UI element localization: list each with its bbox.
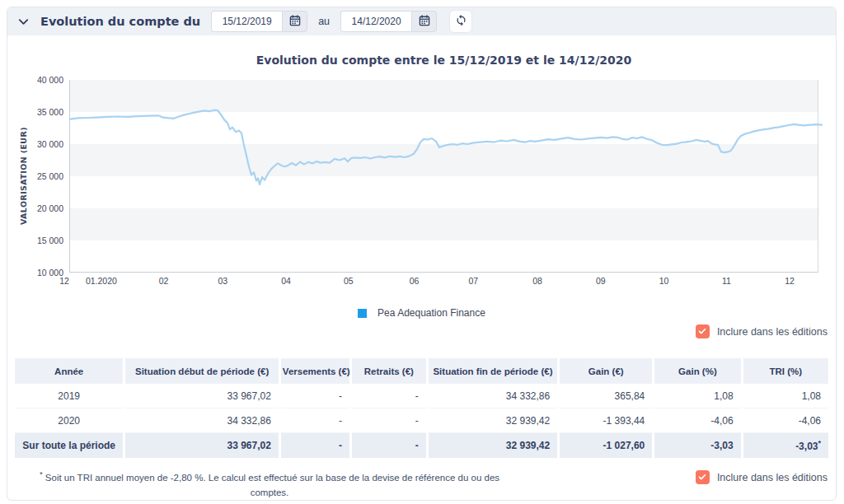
year-cell: 2020	[15, 408, 123, 433]
value-cell: -	[281, 408, 349, 433]
x-tick-label: 08	[532, 276, 542, 286]
column-header: Retraits (€)	[352, 358, 426, 384]
date-from-input[interactable]	[211, 11, 282, 32]
value-cell: -	[281, 384, 349, 408]
x-tick-label: 06	[410, 276, 420, 286]
chevron-down-icon[interactable]	[17, 16, 30, 28]
value-cell: 34 332,86	[125, 408, 278, 433]
account-summary-table: AnnéeSituation début de période (€)Verse…	[12, 358, 831, 458]
y-axis-ticks: 40 00035 00030 00025 00020 00015 00010 0…	[32, 80, 69, 273]
line-chart-svg	[70, 80, 822, 273]
account-line-series	[70, 110, 822, 184]
total-value-cell: -	[281, 433, 349, 458]
total-value-cell: 33 967,02	[125, 433, 278, 458]
column-header: Situation début de période (€)	[125, 358, 278, 384]
table-row: 201933 967,02--34 332,86365,841,081,08	[15, 384, 828, 408]
value-cell: -4,06	[743, 408, 828, 433]
value-cell: 365,84	[560, 384, 652, 408]
date-from-group	[211, 11, 307, 32]
panel-title: Evolution du compte du	[40, 15, 200, 28]
value-cell: -	[352, 408, 426, 433]
x-tick-label: 03	[218, 276, 228, 286]
refresh-icon	[455, 14, 467, 29]
chart-legend: Pea Adequation Finance	[7, 307, 836, 319]
total-value-cell: -1 027,60	[560, 433, 652, 458]
footer-row: * Soit un TRI annuel moyen de -2,80 %. L…	[7, 469, 836, 500]
column-header: Versements (€)	[281, 358, 349, 384]
include-editions-checkbox[interactable]	[696, 324, 710, 338]
value-cell: -	[352, 384, 426, 408]
table-header-row: AnnéeSituation début de période (€)Verse…	[15, 358, 828, 384]
column-header: Situation fin de période (€)	[429, 358, 557, 384]
include-editions-label[interactable]: Inclure dans les éditions	[717, 472, 828, 483]
total-value-cell: -	[352, 433, 426, 458]
plot-area	[69, 80, 818, 273]
x-axis-ticks: 1201.20200203040506070809101112	[69, 273, 818, 287]
total-label-cell: Sur toute la période	[15, 433, 123, 458]
footnote-text: Soit un TRI annuel moyen de -2,80 %. Le …	[45, 473, 499, 497]
x-tick-label: 07	[469, 276, 479, 286]
x-tick-label: 12	[785, 276, 795, 286]
refresh-button[interactable]	[449, 10, 472, 33]
tri-asterisk: *	[818, 439, 821, 447]
column-header: Gain (%)	[654, 358, 740, 384]
x-tick-label: 10	[659, 276, 669, 286]
x-tick-label: 04	[281, 276, 291, 286]
column-header: Gain (€)	[560, 358, 652, 384]
calendar-icon	[289, 15, 301, 29]
x-tick-label: 01.2020	[86, 276, 117, 286]
legend-label[interactable]: Pea Adequation Finance	[377, 307, 485, 319]
include-editions-label[interactable]: Inclure dans les éditions	[717, 326, 828, 338]
value-cell: 34 332,86	[429, 384, 557, 408]
check-icon	[697, 324, 707, 339]
column-header: TRI (%)	[743, 358, 828, 384]
table-total-row: Sur toute la période33 967,02--32 939,42…	[15, 433, 828, 458]
date-to-group	[340, 11, 437, 32]
date-range-separator: au	[318, 16, 330, 27]
x-tick-label: 02	[159, 276, 169, 286]
table-row: 202034 332,86--32 939,42-1 393,44-4,06-4…	[15, 408, 828, 433]
chart-title: Evolution du compte entre le 15/12/2019 …	[69, 54, 818, 67]
value-cell: -1 393,44	[560, 408, 652, 433]
value-cell: 32 939,42	[429, 408, 557, 433]
value-cell: 1,08	[654, 384, 740, 408]
legend-swatch[interactable]	[358, 309, 367, 318]
x-tick-label: 09	[596, 276, 606, 286]
x-tick-label: 05	[344, 276, 354, 286]
date-to-calendar-button[interactable]	[411, 11, 437, 32]
x-tick-label: 12	[59, 276, 69, 286]
y-tick-label: 25 000	[37, 171, 63, 181]
value-cell: 1,08	[743, 384, 828, 408]
total-value-cell: -3,03	[654, 433, 740, 458]
value-cell: 33 967,02	[125, 384, 278, 408]
y-tick-label: 35 000	[37, 107, 63, 117]
y-tick-label: 30 000	[37, 139, 63, 149]
table-body: 201933 967,02--34 332,86365,841,081,0820…	[15, 384, 828, 458]
y-tick-label: 15 000	[37, 236, 63, 245]
check-icon	[697, 470, 707, 485]
column-header: Année	[15, 358, 123, 384]
calendar-icon	[419, 15, 430, 29]
y-axis-label: VALORISATION (EUR)	[14, 80, 32, 273]
tri-footnote: * Soit un TRI annuel moyen de -2,80 %. L…	[26, 469, 513, 500]
date-from-calendar-button[interactable]	[282, 11, 307, 32]
chart-area: VALORISATION (EUR) 40 00035 00030 00025 …	[14, 80, 818, 273]
account-evolution-panel: Evolution du compte du au	[7, 7, 837, 501]
y-tick-label: 40 000	[37, 75, 63, 85]
total-value-cell: -3,03*	[743, 433, 828, 458]
panel-header: Evolution du compte du au	[7, 7, 836, 35]
include-editions-checkbox[interactable]	[696, 470, 710, 484]
x-tick-label: 11	[722, 276, 731, 286]
year-cell: 2019	[15, 384, 123, 408]
include-editions-row-bottom: Inclure dans les éditions	[696, 470, 828, 484]
footnote-asterisk: *	[40, 469, 43, 478]
include-editions-row-top: Inclure dans les éditions	[7, 324, 828, 338]
y-tick-label: 20 000	[37, 203, 63, 213]
value-cell: -4,06	[654, 408, 740, 433]
date-to-input[interactable]	[340, 11, 411, 32]
total-value-cell: 32 939,42	[429, 433, 557, 458]
